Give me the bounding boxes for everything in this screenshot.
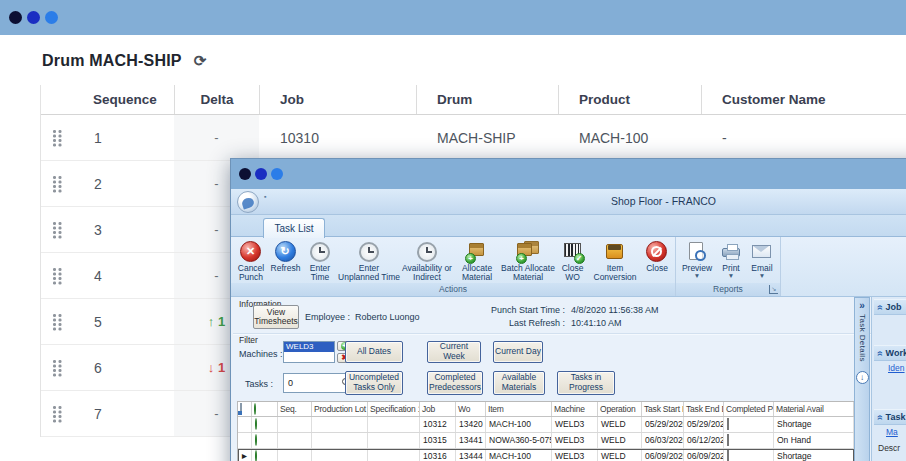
- col-item[interactable]: Item: [486, 402, 552, 416]
- status-orb-icon: [254, 403, 256, 415]
- task-details-strip[interactable]: » Task Details ↓: [854, 297, 870, 461]
- drag-handle-icon[interactable]: [53, 313, 62, 330]
- col-wo[interactable]: Wo: [456, 402, 486, 416]
- pin-icon[interactable]: ↓: [856, 371, 869, 384]
- table-row[interactable]: 1 - 10310 MACH-SHIP MACH-100 -: [41, 115, 906, 161]
- drag-handle-icon[interactable]: [53, 221, 62, 238]
- ribbon-group-reports: Preview ▼ Print ▼ Email ▼ Reports ↘: [676, 237, 781, 296]
- clock-icon: [415, 241, 439, 263]
- app-logo-icon[interactable]: [237, 191, 259, 213]
- all-dates-button[interactable]: All Dates: [345, 341, 403, 363]
- col-delta[interactable]: Delta: [174, 85, 259, 114]
- punch-start-label: Punch Start Time :: [477, 305, 565, 315]
- tab-task-list[interactable]: Task List: [263, 218, 325, 238]
- current-week-button[interactable]: Current Week: [427, 341, 481, 363]
- machines-listbox[interactable]: WELD3: [283, 341, 335, 363]
- window-dot-1[interactable]: [239, 168, 251, 180]
- task-details-tab[interactable]: Task Details: [858, 314, 867, 362]
- close-button[interactable]: Close: [641, 239, 673, 283]
- batch-allocate-material-icon: +: [516, 241, 540, 263]
- preview-icon: [685, 241, 709, 263]
- barcode-check-icon: ✓: [561, 241, 585, 263]
- email-button[interactable]: Email ▼: [746, 239, 778, 283]
- status-orb-icon: [255, 450, 257, 461]
- window-dot-3[interactable]: [45, 11, 58, 24]
- completed-predecessor-checkbox[interactable]: [727, 418, 729, 430]
- expand-chevrons-icon[interactable]: »: [859, 300, 865, 311]
- collapse-chevrons-icon: »: [874, 414, 885, 420]
- col-production-lot[interactable]: Production Lot: [312, 402, 368, 416]
- window-dot-2[interactable]: [27, 11, 40, 24]
- task-row[interactable]: 10312 13420 MACH-100 WELD3 WELD 05/29/20…: [238, 417, 854, 433]
- col-operation[interactable]: Operation: [598, 402, 642, 416]
- grid-customize-icon[interactable]: [240, 403, 242, 415]
- completed-predecessor-checkbox[interactable]: [727, 434, 729, 446]
- col-task-end[interactable]: Task End Dat: [684, 402, 724, 416]
- completed-predecessor-checkbox[interactable]: [727, 450, 729, 461]
- task-section-header[interactable]: » Task: [874, 409, 906, 425]
- job-section-header[interactable]: » Job: [874, 299, 906, 315]
- task-grid: Seq. Production Lot Specification 1 Job …: [237, 401, 855, 461]
- completed-predecessors-button[interactable]: Completed Predecessors: [427, 371, 483, 395]
- drum-window-titlebar: [0, 0, 906, 35]
- col-seq[interactable]: Seq.: [278, 402, 312, 416]
- col-completed-predec[interactable]: Completed Predec: [724, 402, 774, 416]
- machine-list-item-selected[interactable]: WELD3: [284, 342, 334, 352]
- drag-handle-icon[interactable]: [53, 175, 62, 192]
- work-order-link[interactable]: Iden: [888, 363, 905, 373]
- drag-handle-icon[interactable]: [53, 359, 62, 376]
- drag-handle-icon[interactable]: [53, 129, 62, 146]
- availability-or-indirect-button[interactable]: Availability or Indirect: [400, 239, 454, 283]
- dialog-launcher-icon[interactable]: ↘: [769, 285, 778, 294]
- shop-window-titlebar[interactable]: ▪ Shop Floor - FRANCO: [231, 189, 906, 215]
- drag-handle-icon[interactable]: [53, 267, 62, 284]
- tasks-label: Tasks :: [245, 379, 273, 389]
- col-customer-name[interactable]: Customer Name: [701, 85, 906, 114]
- view-timesheets-button[interactable]: View Timesheets: [253, 305, 299, 329]
- window-dot-3[interactable]: [271, 168, 283, 180]
- shop-window-dots-bar: [231, 159, 906, 189]
- item-conversion-button[interactable]: Item Conversion: [589, 239, 641, 283]
- uncompleted-tasks-only-button[interactable]: Uncompleted Tasks Only: [345, 371, 403, 395]
- ribbon: ✕ Cancel Punch ↻ Refresh Enter Time Ente…: [231, 237, 906, 297]
- available-materials-button[interactable]: Available Materials: [493, 371, 545, 395]
- task-row[interactable]: 10315 13441 NOWA360-5-075 WELD3 WELD 06/…: [238, 433, 854, 449]
- ribbon-tab-row: Task List: [231, 215, 906, 237]
- col-job[interactable]: Job: [259, 85, 416, 114]
- col-machine[interactable]: Machine: [552, 402, 598, 416]
- refresh-icon[interactable]: ⟳: [194, 52, 207, 70]
- col-specification-1[interactable]: Specification 1: [368, 402, 420, 416]
- current-day-button[interactable]: Current Day: [493, 341, 543, 363]
- actions-group-label: Actions: [231, 283, 675, 296]
- col-drum[interactable]: Drum: [416, 85, 558, 114]
- punch-info: Punch Start Time : 4/8/2020 11:56:38 AM …: [477, 305, 658, 328]
- work-order-section-header[interactable]: » Work O: [874, 345, 906, 361]
- col-product[interactable]: Product: [558, 85, 701, 114]
- col-sequence[interactable]: Sequence: [76, 85, 174, 114]
- window-dot-1[interactable]: [9, 11, 22, 24]
- col-material-avail[interactable]: Material Avail: [774, 402, 854, 416]
- col-job[interactable]: Job: [420, 402, 456, 416]
- quick-access-icon[interactable]: ▪: [264, 193, 266, 200]
- preview-button[interactable]: Preview ▼: [678, 239, 716, 283]
- task-row-selected[interactable]: ► 10316 13444 MACH-100 WELD3 WELD 06/09/…: [238, 449, 854, 461]
- stop-hand-icon: [645, 241, 669, 263]
- enter-unplanned-time-button[interactable]: Enter Unplanned Time: [338, 239, 400, 283]
- tasks-in-progress-button[interactable]: Tasks in Progress: [557, 371, 615, 395]
- col-task-start[interactable]: Task Start Da: [642, 402, 684, 416]
- dropdown-caret-icon: ▼: [759, 274, 765, 278]
- window-dot-2[interactable]: [255, 168, 267, 180]
- client-area: Information View Timesheets Employee : R…: [231, 297, 906, 461]
- enter-time-button[interactable]: Enter Time: [302, 239, 338, 283]
- batch-allocate-material-button[interactable]: + Batch Allocate Material: [500, 239, 556, 283]
- close-wo-button[interactable]: ✓ Close WO: [556, 239, 589, 283]
- print-button[interactable]: Print ▼: [716, 239, 746, 283]
- status-orb-icon: [255, 434, 257, 446]
- refresh-button[interactable]: ↻ Refresh: [269, 239, 302, 283]
- cancel-punch-icon: ✕: [239, 241, 263, 263]
- last-refresh-label: Last Refresh :: [477, 318, 565, 328]
- allocate-material-button[interactable]: + Allocate Material: [454, 239, 500, 283]
- drag-handle-icon[interactable]: [53, 405, 62, 422]
- machine-link[interactable]: Ma: [886, 427, 898, 437]
- cancel-punch-button[interactable]: ✕ Cancel Punch: [233, 239, 269, 283]
